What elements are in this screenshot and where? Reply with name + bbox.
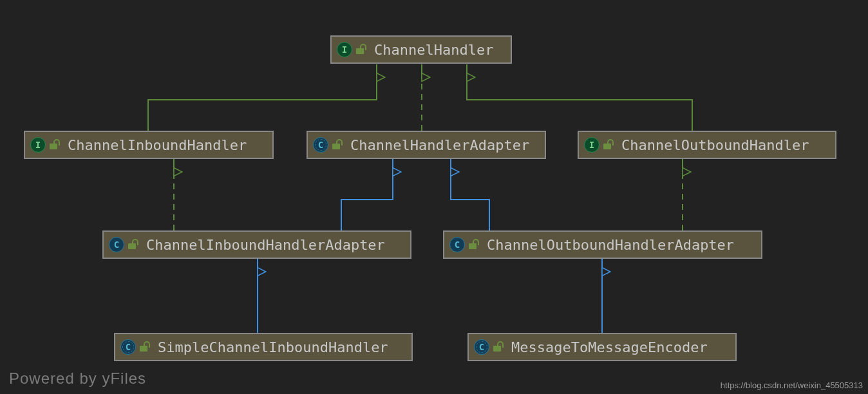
unlock-icon xyxy=(140,342,149,352)
unlock-icon xyxy=(603,140,612,149)
unlock-icon xyxy=(128,240,137,249)
class-icon: C xyxy=(109,237,124,252)
node-label: ChannelOutboundHandlerAdapter xyxy=(487,237,734,253)
node-label: MessageToMessageEncoder xyxy=(511,339,708,355)
node-label: ChannelInboundHandlerAdapter xyxy=(146,237,385,253)
unlock-icon xyxy=(469,240,478,249)
unlock-icon xyxy=(50,140,59,149)
node-label: ChannelInboundHandler xyxy=(68,137,247,153)
node-channel-outbound-handler: I ChannelOutboundHandler xyxy=(578,131,836,159)
watermark-url: https://blog.csdn.net/weixin_45505313 xyxy=(721,380,863,390)
interface-icon: I xyxy=(337,42,352,57)
class-icon: C xyxy=(449,237,465,252)
node-channel-handler-adapter: C ChannelHandlerAdapter xyxy=(307,131,546,159)
interface-icon: I xyxy=(584,137,599,153)
node-channel-inbound-handler-adapter: C ChannelInboundHandlerAdapter xyxy=(102,230,411,259)
abstract-class-icon: C xyxy=(313,137,328,153)
unlock-icon xyxy=(332,140,341,149)
node-channel-outbound-handler-adapter: C ChannelOutboundHandlerAdapter xyxy=(443,230,762,259)
node-label: ChannelHandler xyxy=(374,42,493,58)
node-message-to-message-encoder: C MessageToMessageEncoder xyxy=(467,333,737,361)
node-simple-channel-inbound-handler: C SimpleChannelInboundHandler xyxy=(114,333,413,361)
abstract-class-icon: C xyxy=(474,339,489,355)
abstract-class-icon: C xyxy=(120,339,136,355)
node-label: ChannelHandlerAdapter xyxy=(350,137,529,153)
node-label: ChannelOutboundHandler xyxy=(621,137,809,153)
node-channel-handler: I ChannelHandler xyxy=(330,35,512,64)
unlock-icon xyxy=(493,342,502,352)
watermark-yfiles: Powered by yFiles xyxy=(9,370,146,388)
node-channel-inbound-handler: I ChannelInboundHandler xyxy=(24,131,274,159)
node-label: SimpleChannelInboundHandler xyxy=(158,339,388,355)
unlock-icon xyxy=(356,45,365,54)
interface-icon: I xyxy=(30,137,46,153)
